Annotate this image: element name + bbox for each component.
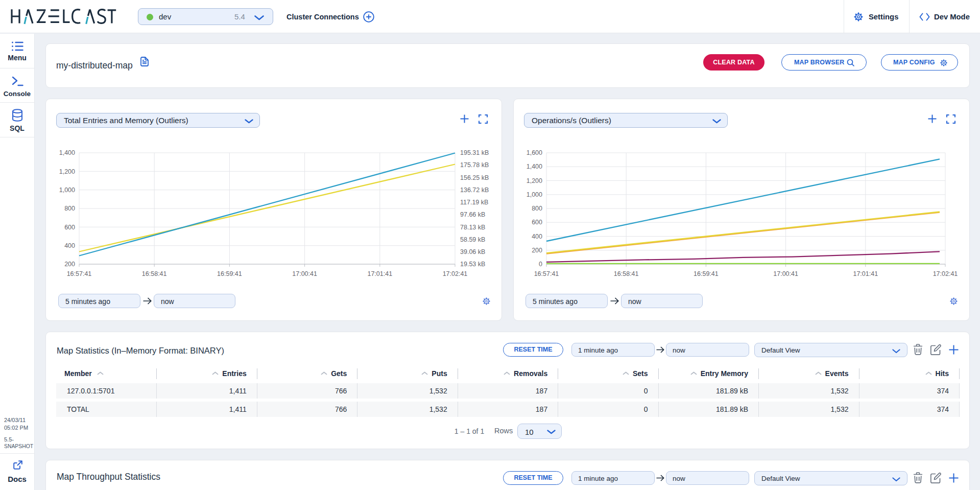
svg-text:78.13 kB: 78.13 kB (460, 224, 485, 231)
svg-text:17:00:41: 17:00:41 (773, 270, 798, 277)
svg-text:0: 0 (539, 261, 542, 268)
svg-text:1,000: 1,000 (527, 191, 542, 198)
svg-text:17:01:41: 17:01:41 (853, 270, 878, 277)
svg-text:39.06 kB: 39.06 kB (460, 248, 485, 255)
svg-text:800: 800 (532, 205, 542, 212)
svg-text:1,600: 1,600 (527, 149, 542, 156)
svg-text:19.53 kB: 19.53 kB (460, 261, 485, 268)
svg-text:156.25 kB: 156.25 kB (460, 174, 489, 181)
svg-text:17:01:41: 17:01:41 (367, 270, 392, 277)
svg-text:97.66 kB: 97.66 kB (460, 211, 485, 218)
svg-text:17:00:41: 17:00:41 (292, 270, 317, 277)
svg-text:600: 600 (532, 219, 542, 226)
svg-text:1,200: 1,200 (527, 177, 542, 184)
svg-text:195.31 kB: 195.31 kB (460, 149, 489, 156)
svg-text:1,000: 1,000 (59, 186, 75, 194)
svg-text:400: 400 (532, 233, 542, 240)
svg-text:1,400: 1,400 (59, 149, 75, 156)
svg-text:16:58:41: 16:58:41 (142, 270, 167, 277)
svg-text:400: 400 (64, 242, 75, 249)
svg-text:117.19 kB: 117.19 kB (460, 199, 488, 206)
svg-text:200: 200 (532, 247, 542, 254)
svg-text:16:58:41: 16:58:41 (614, 270, 639, 277)
svg-text:58.59 kB: 58.59 kB (460, 236, 485, 243)
svg-text:17:02:41: 17:02:41 (443, 270, 468, 277)
svg-text:16:59:41: 16:59:41 (694, 270, 719, 277)
svg-text:600: 600 (64, 224, 75, 231)
svg-text:16:57:41: 16:57:41 (67, 270, 92, 277)
svg-text:16:57:41: 16:57:41 (534, 270, 559, 277)
svg-text:200: 200 (64, 261, 75, 268)
svg-text:16:59:41: 16:59:41 (217, 270, 242, 277)
svg-text:175.78 kB: 175.78 kB (460, 161, 489, 169)
svg-text:800: 800 (64, 205, 75, 212)
svg-text:17:02:41: 17:02:41 (933, 270, 958, 277)
svg-text:1,400: 1,400 (527, 163, 542, 170)
svg-text:136.72 kB: 136.72 kB (460, 186, 489, 194)
svg-text:1,200: 1,200 (59, 168, 75, 175)
